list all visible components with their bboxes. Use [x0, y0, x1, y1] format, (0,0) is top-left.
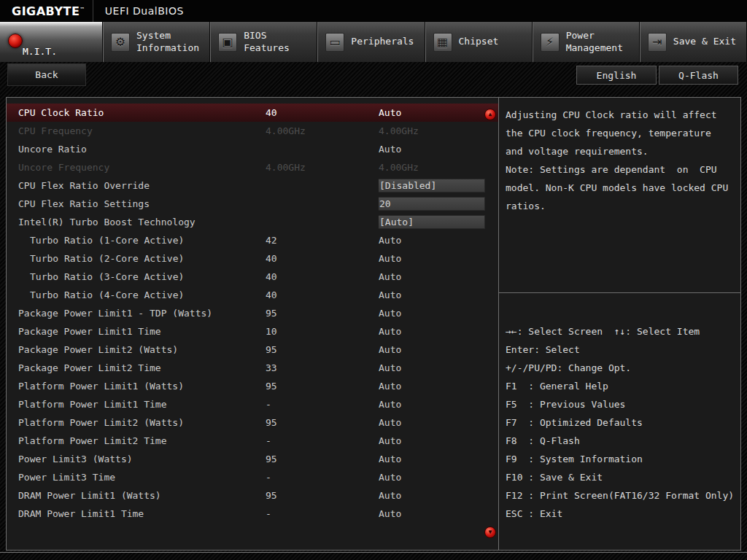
help-text-line: Adjusting CPU Clock ratio will affect: [506, 106, 738, 124]
setting-label: CPU Flex Ratio Override: [18, 180, 266, 191]
tab-bios-features[interactable]: ▣ BIOS Features: [210, 22, 317, 62]
setting-value: 40: [266, 253, 379, 264]
key-hint-line: +/-/PU/PD: Change Opt.: [506, 359, 740, 377]
setting-option: 4.00GHz: [379, 125, 498, 136]
gear-icon: ⚙: [111, 33, 130, 52]
setting-row[interactable]: Turbo Ratio (1-Core Active) 42 Auto: [7, 231, 498, 249]
help-pane: Adjusting CPU Clock ratio will affectthe…: [499, 98, 740, 550]
brand-text: GIGABYTE: [12, 4, 80, 18]
tab-peripherals[interactable]: ▭ Peripherals: [317, 22, 425, 62]
back-button[interactable]: Back: [7, 63, 86, 86]
peripherals-monitor-icon: ▭: [325, 33, 344, 52]
tab-system-information[interactable]: ⚙ System Information: [103, 22, 210, 62]
setting-label: Power Limit3 (Watts): [18, 454, 266, 464]
setting-row[interactable]: Package Power Limit1 Time 10 Auto: [7, 322, 498, 341]
setting-option: 4.00GHz: [379, 162, 498, 173]
scroll-down-icon[interactable]: ▼: [484, 526, 496, 538]
mit-red-dot-icon: [8, 34, 23, 48]
help-text-line: Note: Settings are dependant on CPU: [506, 160, 738, 179]
setting-label: Package Power Limit1 - TDP (Watts): [18, 308, 266, 319]
tab-label: BIOS Features: [244, 30, 314, 55]
tab-power-management[interactable]: ⚡ Power Management: [533, 22, 640, 62]
setting-row[interactable]: CPU Frequency 4.00GHz 4.00GHz: [7, 122, 498, 140]
setting-label: Package Power Limit2 Time: [18, 362, 266, 373]
setting-option: Auto: [379, 417, 498, 428]
setting-row[interactable]: Platform Power Limit1 Time - Auto: [7, 395, 498, 413]
tab-chipset[interactable]: ▦ Chipset: [425, 22, 533, 62]
setting-option-box: 20: [379, 197, 485, 211]
setting-label: Turbo Ratio (2-Core Active): [18, 253, 266, 264]
setting-label: Turbo Ratio (1-Core Active): [18, 235, 266, 246]
brand-logo: GIGABYTE™: [0, 4, 93, 18]
setting-row[interactable]: Power Limit3 (Watts) 95 Auto: [7, 450, 498, 468]
setting-row[interactable]: Platform Power Limit2 (Watts) 95 Auto: [7, 413, 498, 432]
setting-row[interactable]: Platform Power Limit2 Time - Auto: [7, 432, 498, 450]
top-bar: GIGABYTE™ UEFI DualBIOS: [0, 0, 747, 22]
setting-option: Auto: [379, 308, 498, 319]
help-keys: →←: Select Screen ↑↓: Select ItemEnter: …: [506, 322, 740, 523]
setting-label: CPU Frequency: [18, 125, 266, 136]
setting-option: Auto: [379, 472, 498, 483]
setting-row[interactable]: DRAM Power Limit1 (Watts) 95 Auto: [7, 486, 498, 505]
setting-value: 95: [266, 308, 379, 319]
key-hint-line: F10 : Save & Exit: [506, 468, 740, 486]
setting-option: [Auto]: [379, 215, 498, 229]
setting-row[interactable]: DRAM Power Limit1 Time - Auto: [7, 505, 498, 523]
setting-label: CPU Clock Ratio: [18, 107, 266, 118]
setting-label: DRAM Power Limit1 (Watts): [18, 490, 266, 501]
setting-label: Uncore Ratio: [18, 144, 266, 155]
setting-value: 4.00GHz: [266, 162, 379, 173]
setting-value: 40: [266, 107, 379, 118]
setting-row[interactable]: CPU Flex Ratio Override [Disabled]: [7, 176, 498, 195]
setting-row[interactable]: Uncore Frequency 4.00GHz 4.00GHz: [7, 158, 498, 176]
setting-row[interactable]: Package Power Limit2 (Watts) 95 Auto: [7, 341, 498, 359]
setting-row[interactable]: Package Power Limit2 Time 33 Auto: [7, 359, 498, 377]
setting-label: Power Limit3 Time: [18, 472, 266, 483]
tab-label: Save & Exit: [673, 36, 736, 48]
key-hint-line: F8 : Q-Flash: [506, 432, 740, 450]
setting-label: Platform Power Limit1 (Watts): [18, 381, 266, 392]
setting-option: Auto: [379, 326, 498, 337]
setting-option: Auto: [379, 435, 498, 446]
setting-option: Auto: [379, 253, 498, 264]
app-title: UEFI DualBIOS: [93, 5, 184, 17]
setting-option-box: [Disabled]: [379, 179, 485, 192]
help-divider: [499, 292, 740, 293]
tab-mit[interactable]: M.I.T.: [0, 22, 103, 62]
setting-option: Auto: [379, 490, 498, 501]
footer-line: [0, 552, 747, 553]
setting-value: 40: [266, 271, 379, 282]
save-exit-icon: ⇥: [648, 33, 667, 52]
setting-row[interactable]: Turbo Ratio (2-Core Active) 40 Auto: [7, 249, 498, 268]
setting-value: 95: [266, 381, 379, 392]
setting-option: Auto: [379, 107, 498, 118]
setting-value: 95: [266, 417, 379, 428]
help-text-line: the CPU clock frequency, temperature: [506, 124, 738, 142]
setting-row[interactable]: Power Limit3 Time - Auto: [7, 468, 498, 486]
scroll-up-icon[interactable]: ▲: [484, 109, 496, 120]
setting-option: 20: [379, 197, 498, 211]
tab-save-exit[interactable]: ⇥ Save & Exit: [640, 22, 747, 62]
setting-option-box: [Auto]: [379, 215, 485, 229]
setting-row[interactable]: CPU Clock Ratio 40 Auto: [7, 104, 498, 122]
setting-row[interactable]: Turbo Ratio (4-Core Active) 40 Auto: [7, 286, 498, 304]
setting-value: -: [266, 399, 379, 410]
setting-label: Package Power Limit2 (Watts): [18, 344, 266, 355]
setting-row[interactable]: CPU Flex Ratio Settings 20: [7, 195, 498, 213]
setting-option: Auto: [379, 271, 498, 282]
language-button[interactable]: English: [576, 66, 657, 85]
setting-row[interactable]: Turbo Ratio (3-Core Active) 40 Auto: [7, 268, 498, 286]
key-hint-line: F9 : System Information: [506, 450, 740, 468]
setting-row[interactable]: Platform Power Limit1 (Watts) 95 Auto: [7, 377, 498, 395]
setting-row[interactable]: Intel(R) Turbo Boost Technology [Auto]: [7, 213, 498, 231]
chipset-icon: ▦: [433, 33, 452, 52]
tab-label: System Information: [136, 30, 206, 55]
qflash-button[interactable]: Q-Flash: [659, 66, 738, 85]
setting-row[interactable]: Package Power Limit1 - TDP (Watts) 95 Au…: [7, 304, 498, 322]
setting-label: Uncore Frequency: [18, 162, 266, 173]
tab-label: Power Management: [566, 30, 636, 55]
setting-option: Auto: [379, 235, 498, 246]
setting-value: 95: [266, 490, 379, 501]
setting-row[interactable]: Uncore Ratio Auto: [7, 140, 498, 158]
setting-label: Platform Power Limit2 (Watts): [18, 417, 266, 428]
